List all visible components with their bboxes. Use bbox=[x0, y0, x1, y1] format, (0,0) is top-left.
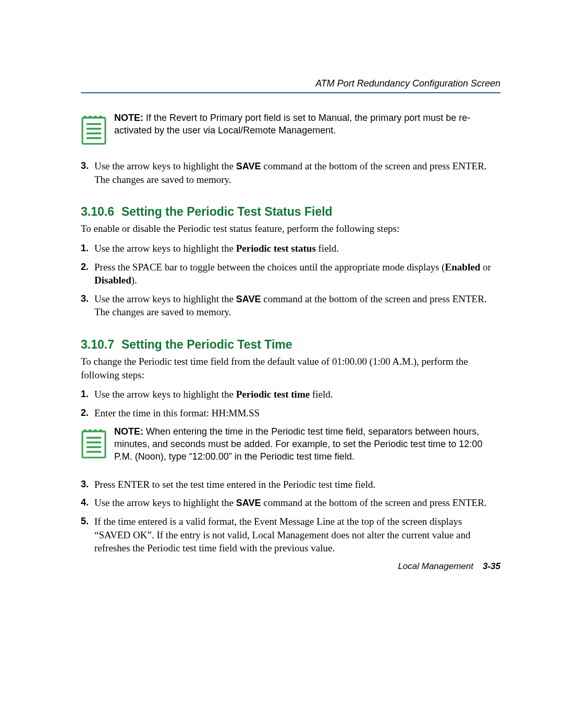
note-text: NOTE: When entering the time in the Peri… bbox=[114, 425, 500, 463]
section-number: 3.10.6 bbox=[81, 205, 114, 218]
list-item: 1. Use the arrow keys to highlight the P… bbox=[81, 242, 500, 255]
section-heading: 3.10.7Setting the Periodic Test Time bbox=[81, 338, 500, 352]
footer-label: Local Management bbox=[398, 561, 473, 571]
list-number: 1. bbox=[81, 388, 94, 400]
list-number: 3. bbox=[81, 478, 94, 490]
note-content: When entering the time in the Periodic t… bbox=[114, 426, 482, 462]
list-number: 3. bbox=[81, 292, 94, 305]
list-number: 2. bbox=[81, 261, 94, 273]
note-icon bbox=[81, 112, 107, 145]
list-item: 3. Use the arrow keys to highlight the S… bbox=[81, 292, 500, 319]
note-label: NOTE: bbox=[114, 113, 143, 123]
list-item: 2. Enter the time in this format: HH:MM.… bbox=[81, 406, 500, 420]
list-item: 4. Use the arrow keys to highlight the S… bbox=[81, 496, 500, 510]
note-text: NOTE: If the Revert to Primary port fiel… bbox=[114, 112, 500, 137]
ordered-list: 3. Use the arrow keys to highlight the S… bbox=[81, 159, 500, 186]
list-item: 3. Press ENTER to set the test time ente… bbox=[81, 478, 500, 491]
note-label: NOTE: bbox=[114, 426, 143, 437]
section-heading: 3.10.6Setting the Periodic Test Status F… bbox=[81, 205, 500, 219]
svg-rect-5 bbox=[82, 431, 105, 458]
list-number: 1. bbox=[81, 242, 94, 254]
ordered-list: 1. Use the arrow keys to highlight the P… bbox=[81, 388, 500, 419]
note-content: If the Revert to Primary port field is s… bbox=[114, 113, 470, 135]
section-number: 3.10.7 bbox=[81, 338, 114, 351]
section-title: Setting the Periodic Test Status Field bbox=[121, 205, 333, 218]
page-header: ATM Port Redundancy Configuration Screen bbox=[81, 78, 500, 93]
page-footer: Local Management3-35 bbox=[398, 561, 500, 572]
list-item: 5. If the time entered is a valid format… bbox=[81, 515, 500, 555]
list-number: 4. bbox=[81, 496, 94, 509]
list-item: 3. Use the arrow keys to highlight the S… bbox=[81, 159, 500, 186]
svg-rect-0 bbox=[82, 118, 105, 144]
ordered-list: 1. Use the arrow keys to highlight the P… bbox=[81, 242, 500, 319]
list-number: 2. bbox=[81, 406, 94, 419]
page-number: 3-35 bbox=[483, 561, 500, 571]
page-body: ATM Port Redundancy Configuration Screen… bbox=[0, 0, 563, 555]
section-intro: To enable or disable the Periodic test s… bbox=[81, 222, 500, 236]
list-number: 5. bbox=[81, 515, 94, 527]
list-number: 3. bbox=[81, 159, 94, 172]
note-icon bbox=[81, 425, 107, 459]
section-title: Setting the Periodic Test Time bbox=[121, 338, 292, 351]
list-item: 1. Use the arrow keys to highlight the P… bbox=[81, 388, 500, 401]
note-block: NOTE: When entering the time in the Peri… bbox=[81, 425, 500, 463]
list-item: 2. Press the SPACE bar to toggle between… bbox=[81, 261, 500, 287]
note-block: NOTE: If the Revert to Primary port fiel… bbox=[81, 112, 500, 145]
section-intro: To change the Periodic test time field f… bbox=[81, 355, 500, 381]
ordered-list: 3. Press ENTER to set the test time ente… bbox=[81, 478, 500, 555]
